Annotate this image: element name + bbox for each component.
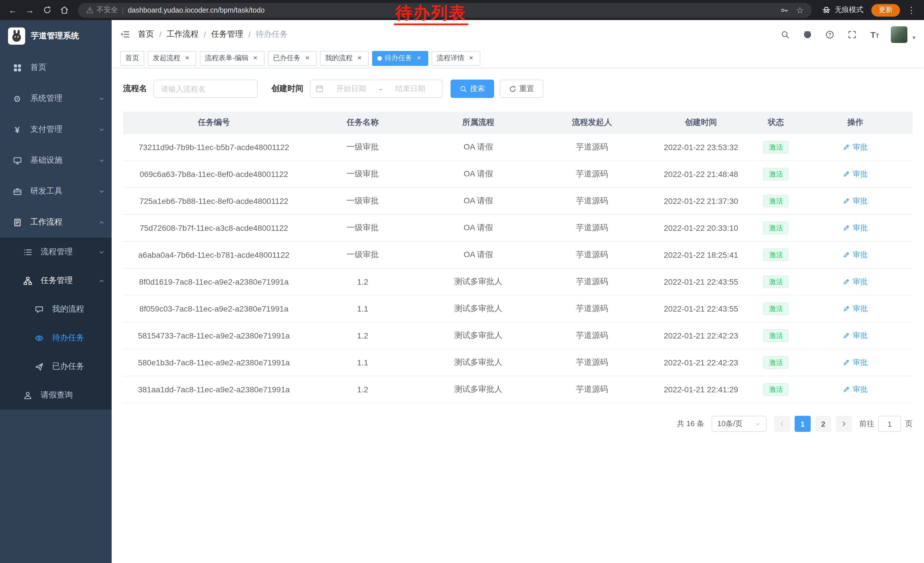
cell-task-name: 一级审批 [304,142,420,152]
process-name-label: 流程名 [123,84,147,94]
update-label: 更新 [879,5,892,15]
page-number-button[interactable]: 2 [815,416,831,432]
close-icon[interactable]: × [251,54,260,62]
breadcrumb-item[interactable]: 工作流程 [166,29,199,39]
pencil-icon [843,251,850,258]
font-size-icon[interactable]: TT [868,28,881,41]
back-icon[interactable]: ← [4,2,21,18]
table-row: 069c6a63-7b8a-11ec-8ef0-acde48001122一级审批… [123,161,912,188]
next-page-button[interactable] [836,416,852,432]
page-number-button[interactable]: 1 [795,416,811,432]
approve-label: 审批 [853,303,868,314]
close-icon[interactable]: × [467,54,475,62]
cell-created: 2022-01-22 23:53:32 [648,143,754,152]
approve-link[interactable]: 审批 [843,303,868,314]
approve-link[interactable]: 审批 [843,142,868,152]
close-icon[interactable]: × [356,54,363,62]
breadcrumb-item: 待办任务 [256,29,288,39]
approve-link[interactable]: 审批 [843,277,868,287]
page-buttons: 12 [774,416,852,432]
sidebar-item-workflow[interactable]: 工作流程 [0,207,112,238]
reload-icon[interactable] [39,2,55,18]
sidebar-item-todo-tasks[interactable]: 待办任务 [0,324,112,352]
cell-process: OA 请假 [421,250,536,260]
sidebar-item-my-process[interactable]: 我的流程 [0,295,112,324]
sidebar-toggle-icon[interactable] [120,30,129,39]
cell-status: 激活 [754,141,798,153]
sidebar-item-leave-query[interactable]: 请假查询 [0,381,112,410]
home-icon[interactable] [56,2,72,18]
breadcrumb-separator: / [159,30,162,39]
cell-task-name: 1.2 [304,385,420,394]
caret-down-icon[interactable]: ▾ [912,34,915,43]
search-button[interactable]: 搜索 [450,80,494,98]
breadcrumb-item[interactable]: 任务管理 [211,29,243,39]
column-header: 状态 [754,117,798,128]
task-table: 任务编号任务名称所属流程流程发起人创建时间状态操作 73211d9d-7b9b-… [123,112,912,403]
page-size-select[interactable]: 10条/页 [712,416,766,432]
sidebar-item-home[interactable]: 首页 [0,52,112,83]
fullscreen-icon[interactable] [846,28,859,41]
date-range-picker[interactable]: 开始日期 - 结束日期 [310,80,442,98]
sidebar-item-payment[interactable]: ¥支付管理 [0,114,112,145]
cell-task-name: 1.1 [304,358,420,367]
close-icon[interactable]: × [303,54,311,62]
browser-menu-icon[interactable]: ⋮ [903,2,920,18]
breadcrumb-item[interactable]: 首页 [138,29,154,39]
page-size-value: 10条/页 [717,419,742,429]
sidebar-item-devtools[interactable]: 研发工具 [0,176,112,207]
tab[interactable]: 流程详情× [432,51,480,66]
tab[interactable]: 我的流程× [320,51,369,66]
forward-icon[interactable]: → [22,2,38,18]
prev-page-button[interactable] [774,416,790,432]
sidebar-item-system[interactable]: ⚙系统管理 [0,83,112,114]
chat-icon [33,305,45,314]
tab[interactable]: 首页 [120,51,144,66]
top-navbar: 首页/工作流程/任务管理/待办任务 ? TT ▾ [112,20,924,49]
cell-action: 审批 [798,277,912,287]
sidebar-item-infra[interactable]: 基础设施 [0,145,112,176]
pencil-icon [843,278,850,285]
avatar[interactable] [891,26,908,43]
help-icon[interactable]: ? [824,28,836,41]
end-date-input[interactable]: 结束日期 [384,84,437,94]
sidebar-item-process-manage[interactable]: 流程管理 [0,238,112,266]
dashboard-icon [12,63,23,72]
tab[interactable]: 已办任务× [268,51,316,66]
tab[interactable]: 发起流程× [148,51,196,66]
bookmark-star-icon[interactable]: ☆ [796,6,804,14]
process-name-input[interactable] [153,80,258,98]
key-icon[interactable] [780,6,788,14]
github-icon[interactable] [801,28,814,41]
status-badge: 激活 [764,383,789,396]
start-date-input[interactable]: 开始日期 [325,84,378,94]
goto-page-input[interactable] [878,416,901,432]
cell-task-id: 580e1b3d-7ac8-11ec-a9e2-a2380e71991a [123,358,304,367]
approve-link[interactable]: 审批 [843,357,868,368]
column-header: 任务名称 [304,117,420,128]
screen: ← → ⚠ 不安全 | dashboard.yudao.iocoder.cn/b… [0,0,924,563]
search-icon[interactable] [779,28,792,41]
cell-process: OA 请假 [421,169,536,179]
close-icon[interactable]: × [415,54,423,62]
sidebar-item-label: 系统管理 [30,93,62,104]
approve-link[interactable]: 审批 [843,196,868,206]
approve-link[interactable]: 审批 [843,250,868,260]
approve-link[interactable]: 审批 [843,330,868,341]
security-label: 不安全 [96,5,118,15]
tab[interactable]: 流程表单-编辑× [200,51,264,66]
sidebar-item-task-manage[interactable]: 任务管理 [0,266,112,295]
tab[interactable]: 待办任务× [372,51,428,66]
status-badge: 激活 [764,302,789,315]
approve-link[interactable]: 审批 [843,384,868,395]
close-icon[interactable]: × [183,54,191,62]
app-logo[interactable]: 芋道管理系统 [0,20,112,52]
approve-link[interactable]: 审批 [843,223,868,233]
update-button[interactable]: 更新 [872,4,900,17]
approve-link[interactable]: 审批 [843,169,868,179]
pencil-icon [843,332,850,339]
sidebar-item-done-tasks[interactable]: 已办任务 [0,352,112,381]
svg-text:?: ? [829,32,831,37]
cell-process: 测试多审批人 [421,357,536,368]
reset-button[interactable]: 重置 [500,80,543,98]
